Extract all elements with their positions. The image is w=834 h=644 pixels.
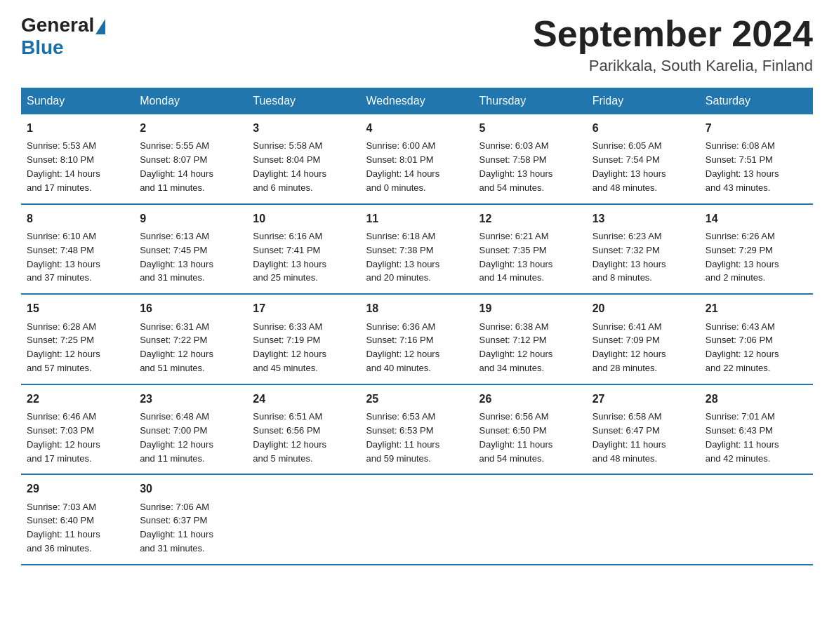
logo-general-text: General <box>21 14 94 36</box>
calendar-cell-w5-d4 <box>360 474 473 565</box>
day-info: Sunrise: 6:36 AMSunset: 7:16 PMDaylight:… <box>366 321 439 374</box>
calendar-subtitle: Parikkala, South Karelia, Finland <box>533 57 813 75</box>
day-info: Sunrise: 6:28 AMSunset: 7:25 PMDaylight:… <box>27 321 100 374</box>
header-friday: Friday <box>587 88 700 114</box>
calendar-cell-w1-d7: 7 Sunrise: 6:08 AMSunset: 7:51 PMDayligh… <box>700 114 813 204</box>
day-info: Sunrise: 6:10 AMSunset: 7:48 PMDaylight:… <box>27 231 100 283</box>
week-row-4: 22 Sunrise: 6:46 AMSunset: 7:03 PMDaylig… <box>21 384 813 475</box>
day-number: 26 <box>479 391 581 407</box>
day-number: 4 <box>366 120 468 136</box>
calendar-cell-w2-d7: 14 Sunrise: 6:26 AMSunset: 7:29 PMDaylig… <box>700 204 813 295</box>
day-number: 27 <box>593 391 694 407</box>
day-info: Sunrise: 6:23 AMSunset: 7:32 PMDaylight:… <box>593 231 666 283</box>
day-info: Sunrise: 6:13 AMSunset: 7:45 PMDaylight:… <box>140 231 213 283</box>
day-info: Sunrise: 7:01 AMSunset: 6:43 PMDaylight:… <box>706 411 779 464</box>
calendar-cell-w4-d4: 25 Sunrise: 6:53 AMSunset: 6:53 PMDaylig… <box>360 384 473 475</box>
day-number: 12 <box>479 210 581 227</box>
calendar-cell-w2-d6: 13 Sunrise: 6:23 AMSunset: 7:32 PMDaylig… <box>587 204 700 295</box>
day-info: Sunrise: 6:58 AMSunset: 6:47 PMDaylight:… <box>593 411 666 464</box>
calendar-cell-w2-d3: 10 Sunrise: 6:16 AMSunset: 7:41 PMDaylig… <box>247 204 360 295</box>
calendar-cell-w1-d3: 3 Sunrise: 5:58 AMSunset: 8:04 PMDayligh… <box>247 114 360 204</box>
logo-blue-text: Blue <box>21 36 64 59</box>
day-number: 20 <box>593 300 694 316</box>
header-sunday: Sunday <box>21 88 134 114</box>
day-number: 30 <box>140 481 241 497</box>
day-number: 25 <box>366 391 468 407</box>
day-info: Sunrise: 6:46 AMSunset: 7:03 PMDaylight:… <box>27 411 100 464</box>
day-info: Sunrise: 7:06 AMSunset: 6:37 PMDaylight:… <box>140 502 213 554</box>
day-number: 5 <box>479 120 581 136</box>
title-block: September 2024 Parikkala, South Karelia,… <box>533 14 813 75</box>
calendar-cell-w4-d1: 22 Sunrise: 6:46 AMSunset: 7:03 PMDaylig… <box>21 384 134 475</box>
day-number: 28 <box>706 391 807 407</box>
day-number: 29 <box>27 481 128 497</box>
calendar-cell-w5-d6 <box>587 474 700 565</box>
day-number: 23 <box>140 391 241 407</box>
calendar-cell-w4-d2: 23 Sunrise: 6:48 AMSunset: 7:00 PMDaylig… <box>134 384 247 475</box>
day-number: 14 <box>706 210 807 227</box>
calendar-cell-w5-d7 <box>700 474 813 565</box>
header-saturday: Saturday <box>700 88 813 114</box>
calendar-cell-w3-d1: 15 Sunrise: 6:28 AMSunset: 7:25 PMDaylig… <box>21 294 134 384</box>
calendar-header-row: Sunday Monday Tuesday Wednesday Thursday… <box>21 88 813 114</box>
day-info: Sunrise: 6:43 AMSunset: 7:06 PMDaylight:… <box>706 321 779 374</box>
day-number: 3 <box>253 120 355 136</box>
calendar-cell-w3-d7: 21 Sunrise: 6:43 AMSunset: 7:06 PMDaylig… <box>700 294 813 384</box>
day-info: Sunrise: 6:08 AMSunset: 7:51 PMDaylight:… <box>706 140 779 193</box>
calendar-cell-w3-d5: 19 Sunrise: 6:38 AMSunset: 7:12 PMDaylig… <box>474 294 587 384</box>
week-row-2: 8 Sunrise: 6:10 AMSunset: 7:48 PMDayligh… <box>21 204 813 295</box>
day-info: Sunrise: 7:03 AMSunset: 6:40 PMDaylight:… <box>27 502 100 554</box>
day-number: 9 <box>140 210 241 227</box>
day-info: Sunrise: 6:41 AMSunset: 7:09 PMDaylight:… <box>593 321 666 374</box>
day-info: Sunrise: 6:33 AMSunset: 7:19 PMDaylight:… <box>253 321 326 374</box>
day-number: 10 <box>253 210 355 227</box>
calendar-cell-w5-d5 <box>474 474 587 565</box>
week-row-1: 1 Sunrise: 5:53 AMSunset: 8:10 PMDayligh… <box>21 114 813 204</box>
day-number: 11 <box>366 210 468 227</box>
header-thursday: Thursday <box>474 88 587 114</box>
calendar-cell-w3-d3: 17 Sunrise: 6:33 AMSunset: 7:19 PMDaylig… <box>247 294 360 384</box>
calendar-cell-w3-d2: 16 Sunrise: 6:31 AMSunset: 7:22 PMDaylig… <box>134 294 247 384</box>
day-number: 15 <box>27 300 128 316</box>
page-header: General Blue September 2024 Parikkala, S… <box>21 14 813 75</box>
day-number: 16 <box>140 300 241 316</box>
day-number: 18 <box>366 300 468 316</box>
day-info: Sunrise: 5:58 AMSunset: 8:04 PMDaylight:… <box>253 140 326 193</box>
calendar-cell-w5-d3 <box>247 474 360 565</box>
calendar-cell-w5-d1: 29 Sunrise: 7:03 AMSunset: 6:40 PMDaylig… <box>21 474 134 565</box>
calendar-cell-w1-d1: 1 Sunrise: 5:53 AMSunset: 8:10 PMDayligh… <box>21 114 134 204</box>
day-info: Sunrise: 6:26 AMSunset: 7:29 PMDaylight:… <box>706 231 779 283</box>
day-number: 7 <box>706 120 807 136</box>
day-info: Sunrise: 6:21 AMSunset: 7:35 PMDaylight:… <box>479 231 553 283</box>
header-wednesday: Wednesday <box>360 88 473 114</box>
calendar-cell-w4-d3: 24 Sunrise: 6:51 AMSunset: 6:56 PMDaylig… <box>247 384 360 475</box>
header-monday: Monday <box>134 88 247 114</box>
week-row-3: 15 Sunrise: 6:28 AMSunset: 7:25 PMDaylig… <box>21 294 813 384</box>
day-number: 1 <box>27 120 128 136</box>
calendar-table: Sunday Monday Tuesday Wednesday Thursday… <box>21 88 813 565</box>
day-info: Sunrise: 5:55 AMSunset: 8:07 PMDaylight:… <box>140 140 213 193</box>
calendar-cell-w4-d7: 28 Sunrise: 7:01 AMSunset: 6:43 PMDaylig… <box>700 384 813 475</box>
day-info: Sunrise: 6:48 AMSunset: 7:00 PMDaylight:… <box>140 411 213 464</box>
calendar-cell-w1-d5: 5 Sunrise: 6:03 AMSunset: 7:58 PMDayligh… <box>474 114 587 204</box>
calendar-cell-w2-d5: 12 Sunrise: 6:21 AMSunset: 7:35 PMDaylig… <box>474 204 587 295</box>
day-info: Sunrise: 5:53 AMSunset: 8:10 PMDaylight:… <box>27 140 100 193</box>
day-number: 2 <box>140 120 241 136</box>
week-row-5: 29 Sunrise: 7:03 AMSunset: 6:40 PMDaylig… <box>21 474 813 565</box>
day-info: Sunrise: 6:56 AMSunset: 6:50 PMDaylight:… <box>479 411 553 464</box>
day-number: 6 <box>593 120 694 136</box>
calendar-cell-w5-d2: 30 Sunrise: 7:06 AMSunset: 6:37 PMDaylig… <box>134 474 247 565</box>
day-info: Sunrise: 6:03 AMSunset: 7:58 PMDaylight:… <box>479 140 553 193</box>
day-info: Sunrise: 6:16 AMSunset: 7:41 PMDaylight:… <box>253 231 326 283</box>
calendar-cell-w2-d1: 8 Sunrise: 6:10 AMSunset: 7:48 PMDayligh… <box>21 204 134 295</box>
day-number: 19 <box>479 300 581 316</box>
day-number: 24 <box>253 391 355 407</box>
calendar-cell-w1-d6: 6 Sunrise: 6:05 AMSunset: 7:54 PMDayligh… <box>587 114 700 204</box>
logo: General Blue <box>21 14 107 59</box>
day-number: 8 <box>27 210 128 227</box>
day-number: 21 <box>706 300 807 316</box>
day-info: Sunrise: 6:38 AMSunset: 7:12 PMDaylight:… <box>479 321 553 374</box>
calendar-cell-w2-d2: 9 Sunrise: 6:13 AMSunset: 7:45 PMDayligh… <box>134 204 247 295</box>
day-number: 17 <box>253 300 355 316</box>
day-info: Sunrise: 6:05 AMSunset: 7:54 PMDaylight:… <box>593 140 666 193</box>
